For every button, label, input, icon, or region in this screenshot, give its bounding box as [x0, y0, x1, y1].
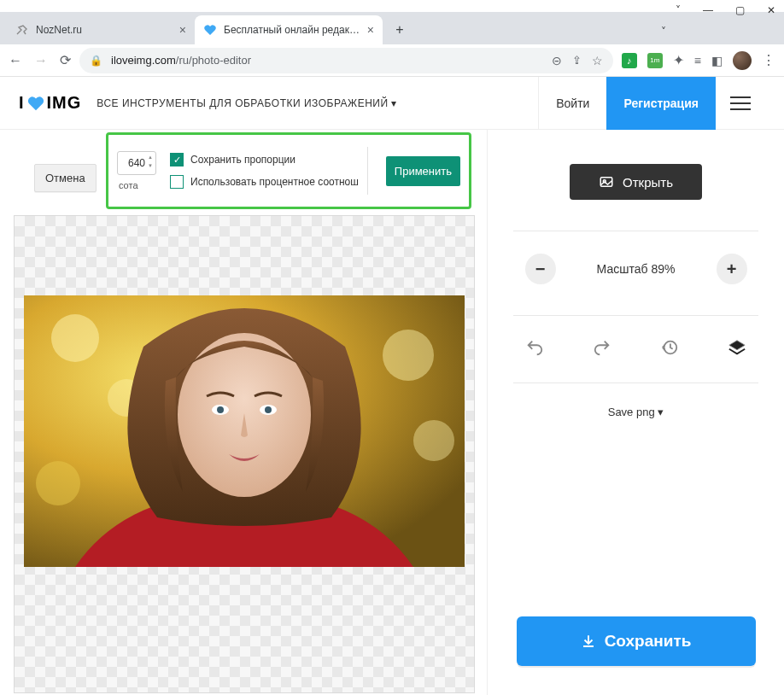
- url-text: iloveimg.com/ru/photo-editor: [111, 54, 251, 67]
- register-button[interactable]: Регистрация: [606, 77, 716, 130]
- tools-dropdown[interactable]: ВСЕ ИНСТРУМЕНТЫ ДЛЯ ОБРАБОТКИ ИЗОБРАЖЕНИ…: [97, 97, 397, 109]
- canvas-area: Отмена 640 ▲▼ сота ✓ Сохранить пропорции…: [0, 130, 487, 695]
- redo-icon[interactable]: [593, 338, 611, 360]
- logo-text: IMG: [47, 93, 82, 113]
- close-icon[interactable]: ×: [179, 23, 186, 37]
- kebab-icon[interactable]: ⋮: [762, 52, 775, 68]
- svg-point-11: [265, 406, 272, 413]
- lock-icon: 🔒: [90, 55, 102, 67]
- zoom-in-button[interactable]: +: [717, 254, 747, 284]
- logo-text: I: [19, 93, 25, 113]
- zoom-out-button[interactable]: −: [525, 254, 556, 284]
- omnibox[interactable]: 🔒 iloveimg.com/ru/photo-editor ⊝ ⇪ ☆: [79, 48, 613, 73]
- width-value: 640: [128, 157, 145, 169]
- save-format-dropdown[interactable]: Save png ▾: [608, 406, 664, 418]
- maximize-icon[interactable]: ▢: [735, 4, 745, 16]
- tab-title: NozNet.ru: [36, 24, 174, 36]
- tab-noznet[interactable]: NozNet.ru ×: [7, 15, 195, 44]
- extension-icon[interactable]: ♪: [622, 53, 637, 68]
- layers-icon[interactable]: [728, 338, 746, 360]
- avatar[interactable]: [733, 51, 752, 70]
- canvas-image[interactable]: [24, 295, 465, 567]
- svg-point-4: [413, 420, 454, 461]
- cancel-button[interactable]: Отмена: [34, 164, 97, 192]
- width-input[interactable]: 640 ▲▼: [117, 151, 156, 175]
- star-icon[interactable]: ☆: [592, 54, 603, 67]
- browser-tabstrip: NozNet.ru × Бесплатный онлайн редактор ф…: [0, 12, 784, 44]
- sidebar: Открыть − Масштаб 89% + Save png ▾ Сохра…: [487, 130, 784, 695]
- reload-icon[interactable]: ⟳: [60, 52, 71, 68]
- search-icon[interactable]: ⊝: [552, 54, 562, 67]
- back-icon[interactable]: ←: [9, 53, 22, 68]
- apply-button[interactable]: Применить: [386, 156, 460, 186]
- checkbox-label: Использовать процентное соотнош: [190, 176, 359, 188]
- chevron-down-icon[interactable]: ˅: [676, 4, 681, 16]
- save-button[interactable]: Сохранить: [517, 616, 756, 666]
- menu-icon[interactable]: [716, 77, 765, 130]
- height-label: сота: [119, 180, 138, 190]
- checkbox-icon: [170, 175, 184, 189]
- reading-list-icon[interactable]: ≡: [694, 54, 701, 67]
- tab-title: Бесплатный онлайн редактор ф: [224, 24, 362, 36]
- extensions-icon[interactable]: ✦: [673, 52, 684, 68]
- close-window-icon[interactable]: ✕: [767, 4, 775, 16]
- tab-iloveimg[interactable]: Бесплатный онлайн редактор ф ×: [195, 15, 383, 44]
- login-button[interactable]: Войти: [538, 77, 606, 130]
- checkbox-label: Сохранить пропорции: [190, 154, 295, 166]
- tabs-menu-icon[interactable]: ˅: [661, 26, 666, 38]
- app-header: I IMG ВСЕ ИНСТРУМЕНТЫ ДЛЯ ОБРАБОТКИ ИЗОБ…: [0, 77, 784, 130]
- minimize-icon[interactable]: —: [703, 4, 713, 16]
- resize-popup: 640 ▲▼ сота ✓ Сохранить пропорции Исполь…: [106, 132, 471, 209]
- forward-icon[interactable]: →: [34, 53, 48, 68]
- open-button[interactable]: Открыть: [570, 164, 702, 200]
- save-label: Сохранить: [605, 632, 692, 651]
- svg-point-1: [51, 314, 99, 362]
- history-icon[interactable]: [660, 338, 679, 360]
- address-bar: ← → ⟳ 🔒 iloveimg.com/ru/photo-editor ⊝ ⇪…: [0, 44, 784, 77]
- zoom-label: Масштаб 89%: [597, 262, 676, 276]
- new-tab-button[interactable]: +: [388, 18, 412, 42]
- undo-icon[interactable]: [525, 338, 544, 360]
- logo[interactable]: I IMG: [19, 93, 81, 113]
- use-percent-checkbox[interactable]: Использовать процентное соотнош: [170, 175, 359, 189]
- svg-point-5: [36, 461, 80, 505]
- keep-aspect-checkbox[interactable]: ✓ Сохранить пропорции: [170, 153, 359, 166]
- side-panel-icon[interactable]: ◧: [711, 54, 723, 67]
- extension-icon[interactable]: 1m: [647, 53, 663, 68]
- open-label: Открыть: [623, 175, 673, 190]
- svg-point-3: [383, 330, 434, 381]
- svg-point-10: [217, 406, 224, 413]
- close-icon[interactable]: ×: [367, 23, 374, 37]
- share-icon[interactable]: ⇪: [572, 54, 582, 67]
- checkbox-icon: ✓: [170, 153, 184, 166]
